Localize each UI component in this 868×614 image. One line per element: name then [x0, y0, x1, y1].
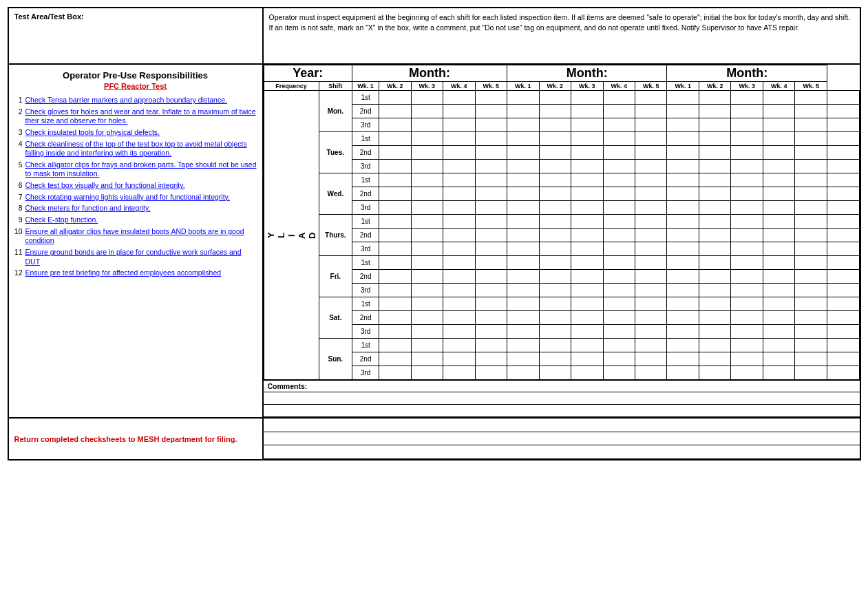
- data-cell[interactable]: [411, 366, 443, 380]
- data-cell[interactable]: [507, 173, 539, 187]
- data-cell[interactable]: [699, 146, 730, 160]
- data-cell[interactable]: [411, 215, 443, 229]
- data-cell[interactable]: [475, 325, 507, 339]
- data-cell[interactable]: [763, 284, 794, 297]
- data-cell[interactable]: [731, 284, 763, 297]
- comment-line-2[interactable]: [264, 405, 860, 417]
- data-cell[interactable]: [635, 118, 666, 132]
- data-cell[interactable]: [827, 160, 859, 173]
- data-cell[interactable]: [699, 270, 730, 284]
- data-cell[interactable]: [411, 256, 443, 270]
- data-cell[interactable]: [603, 242, 635, 256]
- data-cell[interactable]: [795, 173, 827, 187]
- data-cell[interactable]: [443, 339, 475, 352]
- data-cell[interactable]: [443, 146, 475, 160]
- data-cell[interactable]: [667, 352, 699, 366]
- data-cell[interactable]: [571, 229, 603, 242]
- data-cell[interactable]: [411, 270, 443, 284]
- data-cell[interactable]: [603, 366, 635, 380]
- data-cell[interactable]: [539, 256, 571, 270]
- data-cell[interactable]: [827, 118, 859, 132]
- data-cell[interactable]: [667, 270, 699, 284]
- data-cell[interactable]: [603, 132, 635, 146]
- data-cell[interactable]: [539, 229, 571, 242]
- data-cell[interactable]: [603, 325, 635, 339]
- data-cell[interactable]: [379, 146, 411, 160]
- data-cell[interactable]: [635, 215, 666, 229]
- data-cell[interactable]: [635, 284, 666, 297]
- data-cell[interactable]: [795, 311, 827, 325]
- data-cell[interactable]: [795, 146, 827, 160]
- data-cell[interactable]: [731, 160, 763, 173]
- data-cell[interactable]: [763, 118, 794, 132]
- data-cell[interactable]: [475, 229, 507, 242]
- data-cell[interactable]: [731, 256, 763, 270]
- data-cell[interactable]: [411, 132, 443, 146]
- data-cell[interactable]: [379, 284, 411, 297]
- data-cell[interactable]: [763, 311, 794, 325]
- data-cell[interactable]: [571, 118, 603, 132]
- data-cell[interactable]: [763, 105, 794, 118]
- data-cell[interactable]: [827, 242, 859, 256]
- data-cell[interactable]: [443, 201, 475, 215]
- data-cell[interactable]: [699, 187, 730, 201]
- data-cell[interactable]: [699, 118, 730, 132]
- data-cell[interactable]: [475, 366, 507, 380]
- data-cell[interactable]: [379, 105, 411, 118]
- data-cell[interactable]: [603, 256, 635, 270]
- data-cell[interactable]: [379, 352, 411, 366]
- data-cell[interactable]: [443, 132, 475, 146]
- data-cell[interactable]: [635, 242, 666, 256]
- data-cell[interactable]: [507, 256, 539, 270]
- data-cell[interactable]: [507, 284, 539, 297]
- data-cell[interactable]: [699, 297, 730, 311]
- data-cell[interactable]: [795, 91, 827, 105]
- data-cell[interactable]: [763, 242, 794, 256]
- data-cell[interactable]: [379, 132, 411, 146]
- data-cell[interactable]: [539, 242, 571, 256]
- data-cell[interactable]: [539, 284, 571, 297]
- data-cell[interactable]: [827, 325, 859, 339]
- data-cell[interactable]: [571, 242, 603, 256]
- data-cell[interactable]: [443, 91, 475, 105]
- data-cell[interactable]: [731, 118, 763, 132]
- data-cell[interactable]: [539, 270, 571, 284]
- data-cell[interactable]: [731, 215, 763, 229]
- data-cell[interactable]: [731, 297, 763, 311]
- data-cell[interactable]: [379, 91, 411, 105]
- data-cell[interactable]: [667, 256, 699, 270]
- data-cell[interactable]: [379, 297, 411, 311]
- data-cell[interactable]: [635, 173, 666, 187]
- data-cell[interactable]: [667, 297, 699, 311]
- data-cell[interactable]: [827, 215, 859, 229]
- data-cell[interactable]: [603, 105, 635, 118]
- data-cell[interactable]: [443, 215, 475, 229]
- data-cell[interactable]: [763, 339, 794, 352]
- data-cell[interactable]: [635, 187, 666, 201]
- data-cell[interactable]: [699, 105, 730, 118]
- data-cell[interactable]: [571, 339, 603, 352]
- data-cell[interactable]: [539, 146, 571, 160]
- data-cell[interactable]: [571, 146, 603, 160]
- data-cell[interactable]: [539, 173, 571, 187]
- data-cell[interactable]: [507, 91, 539, 105]
- data-cell[interactable]: [827, 366, 859, 380]
- data-cell[interactable]: [827, 339, 859, 352]
- data-cell[interactable]: [475, 297, 507, 311]
- data-cell[interactable]: [443, 256, 475, 270]
- data-cell[interactable]: [763, 366, 794, 380]
- data-cell[interactable]: [827, 173, 859, 187]
- data-cell[interactable]: [379, 229, 411, 242]
- data-cell[interactable]: [603, 173, 635, 187]
- data-cell[interactable]: [507, 201, 539, 215]
- data-cell[interactable]: [539, 311, 571, 325]
- data-cell[interactable]: [411, 118, 443, 132]
- data-cell[interactable]: [699, 201, 730, 215]
- data-cell[interactable]: [411, 284, 443, 297]
- data-cell[interactable]: [699, 256, 730, 270]
- data-cell[interactable]: [571, 105, 603, 118]
- data-cell[interactable]: [635, 297, 666, 311]
- data-cell[interactable]: [635, 325, 666, 339]
- data-cell[interactable]: [571, 366, 603, 380]
- data-cell[interactable]: [827, 187, 859, 201]
